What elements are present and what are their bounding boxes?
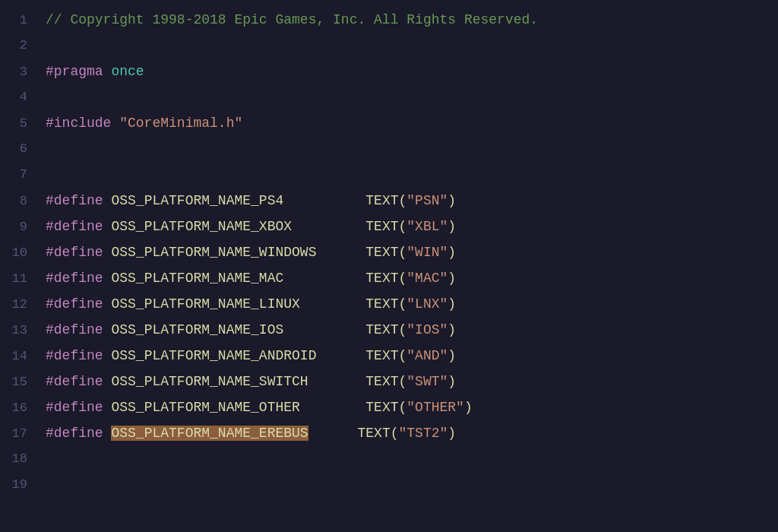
line-number-15: 15 — [0, 372, 46, 392]
line-content-11: #define OSS_PLATFORM_NAME_MAC TEXT("MAC"… — [46, 268, 778, 290]
line-content-1: // Copyright 1998-2018 Epic Games, Inc. … — [46, 9, 778, 31]
text-val-10: "WIN" — [406, 245, 448, 260]
line-number-18: 18 — [0, 448, 46, 469]
line-content-12: #define OSS_PLATFORM_NAME_LINUX TEXT("LN… — [46, 293, 778, 315]
text-val-9: "XBL" — [406, 219, 448, 234]
text-close-16: ) — [464, 400, 473, 415]
text-func-14: TEXT( — [365, 348, 406, 363]
text-val-12: "LNX" — [406, 296, 448, 312]
define-13: #define — [46, 322, 111, 337]
text-func-9: TEXT( — [365, 219, 406, 234]
line-number-6: 6 — [0, 138, 46, 159]
line-content-9: #define OSS_PLATFORM_NAME_XBOX TEXT("XBL… — [46, 216, 778, 238]
text-close-15: ) — [448, 374, 456, 389]
define-14: #define — [46, 348, 111, 363]
text-func-11: TEXT( — [365, 271, 406, 286]
define-10: #define — [46, 245, 111, 260]
line-content-15: #define OSS_PLATFORM_NAME_SWITCH TEXT("S… — [46, 371, 778, 393]
code-line-10: 10 #define OSS_PLATFORM_NAME_WINDOWS TEX… — [0, 240, 778, 266]
code-line-17: 17 #define OSS_PLATFORM_NAME_EREBUS TEXT… — [0, 421, 778, 447]
text-close-12: ) — [448, 296, 456, 312]
macro-15: OSS_PLATFORM_NAME_SWITCH — [111, 374, 308, 389]
code-line-19: 19 — [0, 473, 778, 499]
text-func-15: TEXT( — [365, 374, 406, 389]
define-9: #define — [46, 219, 111, 234]
line-number-9: 9 — [0, 217, 46, 237]
text-val-17: "TST2" — [399, 426, 448, 441]
line-number-13: 13 — [0, 320, 46, 340]
line-number-11: 11 — [0, 268, 46, 289]
text-val-14: "AND" — [406, 348, 448, 363]
include-keyword: #include — [46, 116, 119, 131]
code-line-2: 2 — [0, 33, 778, 59]
code-line-9: 9 #define OSS_PLATFORM_NAME_XBOX TEXT("X… — [0, 214, 778, 240]
space-10 — [316, 245, 365, 260]
line-content-10: #define OSS_PLATFORM_NAME_WINDOWS TEXT("… — [46, 242, 778, 264]
define-16: #define — [46, 400, 111, 415]
define-17: #define — [46, 426, 111, 441]
code-line-4: 4 — [0, 85, 778, 111]
line-number-3: 3 — [0, 62, 46, 82]
text-func-12: TEXT( — [365, 296, 406, 312]
macro-16: OSS_PLATFORM_NAME_OTHER — [111, 400, 299, 415]
macro-14: OSS_PLATFORM_NAME_ANDROID — [111, 348, 316, 363]
code-line-11: 11 #define OSS_PLATFORM_NAME_MAC TEXT("M… — [0, 266, 778, 292]
line-number-14: 14 — [0, 346, 46, 366]
line-number-10: 10 — [0, 242, 46, 263]
line-number-1: 1 — [0, 10, 46, 30]
text-close-10: ) — [448, 245, 456, 260]
code-line-7: 7 — [0, 163, 778, 188]
code-line-8: 8 #define OSS_PLATFORM_NAME_PS4 TEXT("PS… — [0, 188, 778, 214]
code-line-1: 1 // Copyright 1998-2018 Epic Games, Inc… — [0, 8, 778, 33]
line-number-4: 4 — [0, 87, 46, 107]
text-val-15: "SWT" — [406, 374, 448, 389]
text-val-13: "IOS" — [406, 322, 448, 337]
line-content-14: #define OSS_PLATFORM_NAME_ANDROID TEXT("… — [46, 345, 778, 367]
code-line-6: 6 — [0, 137, 778, 163]
macro-12: OSS_PLATFORM_NAME_LINUX — [111, 296, 299, 312]
code-line-5: 5 #include "CoreMinimal.h" — [0, 111, 778, 137]
space-9 — [292, 219, 365, 234]
text-val-8: "PSN" — [406, 193, 448, 208]
code-line-16: 16 #define OSS_PLATFORM_NAME_OTHER TEXT(… — [0, 395, 778, 421]
macro-17-highlighted: OSS_PLATFORM_NAME_EREBUS — [111, 426, 308, 441]
line-content-13: #define OSS_PLATFORM_NAME_IOS TEXT("IOS"… — [46, 319, 778, 341]
space-8 — [283, 193, 365, 208]
text-close-17: ) — [448, 426, 456, 441]
define-11: #define — [46, 271, 111, 286]
macro-13: OSS_PLATFORM_NAME_IOS — [111, 322, 283, 337]
code-line-13: 13 #define OSS_PLATFORM_NAME_IOS TEXT("I… — [0, 318, 778, 344]
macro-11: OSS_PLATFORM_NAME_MAC — [111, 271, 283, 286]
define-12: #define — [46, 296, 111, 312]
text-val-11: "MAC" — [406, 271, 448, 286]
space-15 — [308, 374, 366, 389]
text-func-13: TEXT( — [365, 322, 406, 337]
code-editor: 1 // Copyright 1998-2018 Epic Games, Inc… — [0, 0, 778, 532]
text-close-8: ) — [448, 193, 456, 208]
macro-8: OSS_PLATFORM_NAME_PS4 — [111, 193, 283, 208]
space-17 — [308, 426, 358, 441]
line-content-5: #include "CoreMinimal.h" — [46, 112, 778, 135]
line-content-17: #define OSS_PLATFORM_NAME_EREBUS TEXT("T… — [46, 423, 778, 445]
code-line-12: 12 #define OSS_PLATFORM_NAME_LINUX TEXT(… — [0, 292, 778, 318]
space-11 — [283, 271, 365, 286]
text-func-17: TEXT( — [357, 426, 398, 441]
text-func-10: TEXT( — [365, 245, 406, 260]
macro-9: OSS_PLATFORM_NAME_XBOX — [111, 219, 292, 234]
text-close-13: ) — [448, 322, 456, 337]
macro-10: OSS_PLATFORM_NAME_WINDOWS — [111, 245, 316, 260]
code-line-18: 18 — [0, 447, 778, 473]
define-15: #define — [46, 374, 111, 389]
line-number-8: 8 — [0, 191, 46, 211]
line-number-7: 7 — [0, 164, 46, 185]
line-number-2: 2 — [0, 35, 46, 55]
once-keyword: once — [111, 64, 144, 79]
space-13 — [283, 322, 365, 337]
line-content-3: #pragma once — [46, 61, 778, 83]
space-14 — [316, 348, 365, 363]
text-func-16: TEXT( — [365, 400, 406, 415]
define-8: #define — [46, 193, 111, 208]
line-content-8: #define OSS_PLATFORM_NAME_PS4 TEXT("PSN"… — [46, 190, 778, 212]
text-close-9: ) — [448, 219, 456, 234]
include-path: "CoreMinimal.h" — [119, 116, 242, 131]
